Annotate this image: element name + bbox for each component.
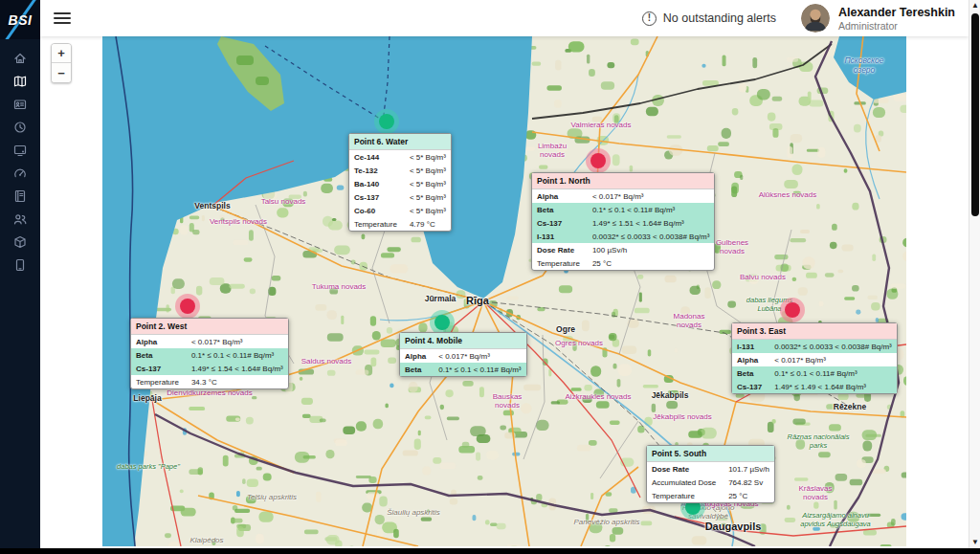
hamburger-icon[interactable] — [54, 12, 71, 24]
sidebar: BSI — [0, 0, 40, 548]
measurement-value: < 5* Bq/m³ — [405, 177, 451, 190]
scroll-up-arrow-icon[interactable]: ▲ — [969, 0, 980, 11]
sidebar-item-users[interactable] — [0, 208, 40, 231]
popup-row: Accumulated Dose764.82 Sv — [647, 476, 774, 489]
measurement-value: 101.7 µSv/h — [724, 462, 774, 476]
sidebar-item-journal[interactable] — [0, 185, 40, 208]
mobile-icon — [12, 257, 28, 273]
measurement-value: 764.82 Sv — [724, 476, 774, 489]
popup-row: Beta0.1* ≤ 0.1 < 0.11# Bq/m³ — [400, 363, 526, 376]
popup-row: I-1310.0032* ≤ 0.0033 < 0.0038# Bq/m³ — [532, 230, 714, 243]
sidebar-item-home[interactable] — [0, 47, 40, 70]
measurement-label: Beta — [532, 203, 588, 216]
logo-text: BSI — [9, 12, 33, 28]
sidebar-item-history[interactable] — [0, 116, 40, 139]
measurement-value: 0.1* ≤ 0.1 < 0.11# Bq/m³ — [588, 203, 714, 216]
measurement-value: 0.1* ≤ 0.1 < 0.11# Bq/m³ — [434, 363, 525, 376]
popup-row: Dose Rate100 µSv/h — [532, 243, 714, 256]
measurement-label: Cs-137 — [532, 216, 588, 230]
popup-row: Ba-140< 5* Bq/m³ — [349, 177, 451, 190]
popup-row: I-1310.0032* ≤ 0.0033 < 0.0038# Bq/m³ — [732, 340, 897, 353]
measurement-label: Ba-140 — [349, 177, 405, 190]
map-marker-point-1-north[interactable] — [586, 148, 611, 173]
popup-point-4-mobile: Point 4. MobileAlpha< 0.017* Bq/m³Beta0.… — [399, 332, 527, 377]
popup-row: Co-60< 5* Bq/m³ — [349, 204, 451, 217]
measurement-value: < 5* Bq/m³ — [405, 164, 451, 177]
map-marker-point-2-west[interactable] — [175, 294, 200, 319]
map-icon — [12, 74, 28, 89]
popup-row: Beta0.1* ≤ 0.1 < 0.11# Bq/m³ — [131, 348, 288, 362]
sidebar-item-map[interactable] — [0, 70, 40, 93]
measurement-label: I-131 — [532, 230, 588, 243]
alerts-status[interactable]: ! No outstanding alerts — [642, 11, 776, 26]
measurement-value: 25 °C — [588, 256, 714, 270]
measurement-label: Cs-137 — [349, 190, 405, 204]
sidebar-item-id-card[interactable] — [0, 93, 40, 116]
sidebar-item-package[interactable] — [0, 231, 40, 254]
measurement-label: Cs-137 — [131, 362, 187, 375]
vertical-scrollbar: ▲ ▼ — [969, 0, 980, 548]
measurement-label: Dose Rate — [647, 462, 724, 476]
map-marker-point-3-east[interactable] — [780, 298, 805, 322]
scrollbar-thumb[interactable] — [971, 13, 979, 216]
measurement-label: Beta — [400, 363, 434, 376]
popup-point-3-east: Point 3. EastI-1310.0032* ≤ 0.0033 < 0.0… — [731, 322, 898, 394]
measurement-label: I-131 — [732, 340, 769, 353]
measurement-label: Ce-144 — [349, 150, 405, 164]
measurement-label: Alpha — [131, 335, 187, 348]
measurement-label: Alpha — [400, 349, 434, 363]
popup-row: Te-132< 5* Bq/m³ — [349, 164, 451, 177]
measurement-label: Temperature — [131, 375, 187, 388]
measurement-value: 4.79 °C — [405, 217, 451, 231]
popup-row: Ce-144< 5* Bq/m³ — [349, 150, 451, 164]
measurement-value: < 0.017* Bq/m³ — [588, 189, 714, 203]
user-menu[interactable]: Alexander Tereshkin Administrator — [801, 4, 955, 33]
popup-row: Alpha< 0.017* Bq/m³ — [400, 349, 526, 363]
measurement-label: Temperature — [349, 217, 405, 231]
scroll-down-arrow-icon[interactable]: ▼ — [969, 537, 980, 548]
content-area: + − — [40, 36, 969, 548]
popup-title: Point 3. East — [732, 323, 897, 340]
alert-circle-icon: ! — [642, 11, 657, 26]
topbar-right: ! No outstanding alerts Alexander Teresh… — [642, 4, 969, 33]
measurement-label: Temperature — [647, 489, 724, 502]
sidebar-item-device[interactable] — [0, 139, 40, 162]
sidebar-item-mobile[interactable] — [0, 254, 40, 277]
measurement-value: 0.1* ≤ 0.1 < 0.11# Bq/m³ — [187, 348, 288, 362]
popup-point-5-south: Point 5. SouthDose Rate101.7 µSv/hAccumu… — [646, 445, 775, 503]
app-logo[interactable]: BSI — [0, 0, 40, 39]
measurement-label: Beta — [732, 366, 769, 380]
measurement-label: Te-132 — [349, 164, 405, 177]
map-marker-point-6-water[interactable] — [374, 109, 399, 134]
popup-row: Beta0.1* ≤ 0.1 < 0.11# Bq/m³ — [532, 203, 714, 216]
sidebar-item-gauge[interactable] — [0, 162, 40, 185]
measurement-label: Temperature — [532, 256, 588, 270]
marker-core — [785, 302, 800, 318]
measurement-value: 0.0032* ≤ 0.0033 < 0.0038# Bq/m³ — [588, 230, 714, 243]
measurement-label: Alpha — [732, 353, 769, 366]
popup-row: Alpha< 0.017* Bq/m³ — [732, 353, 897, 366]
measurement-value: 1.49* ≤ 1.54 < 1.64# Bq/m³ — [187, 362, 288, 375]
user-role: Administrator — [838, 20, 955, 32]
popup-row: Cs-1371.49* ≤ 1.54 < 1.64# Bq/m³ — [131, 362, 288, 375]
history-icon — [12, 120, 28, 135]
zoom-out-button[interactable]: − — [52, 63, 71, 82]
popup-title: Point 6. Water — [349, 134, 451, 150]
popup-title: Point 2. West — [131, 319, 288, 335]
measurement-value: 1.49* ≤ 1.51 < 1.64# Bq/m³ — [588, 216, 714, 230]
popup-row: Temperature25 °C — [647, 489, 774, 502]
measurement-label: Cs-137 — [732, 380, 769, 393]
app-window: BSI ! No outstanding alerts — [0, 0, 980, 554]
id-card-icon — [12, 97, 28, 112]
popup-row: Temperature25 °C — [532, 256, 714, 270]
popup-title: Point 4. Mobile — [400, 333, 526, 349]
measurement-value: 0.1* ≤ 0.1 < 0.11# Bq/m³ — [769, 366, 896, 380]
map-canvas[interactable]: VentspilsVentspils novadsTalsu novadsTuk… — [102, 36, 906, 546]
marker-core — [434, 315, 450, 330]
user-avatar — [801, 4, 830, 33]
users-icon — [12, 211, 28, 227]
popup-row: Dose Rate101.7 µSv/h — [647, 462, 774, 476]
zoom-in-button[interactable]: + — [52, 44, 71, 63]
bottom-edge-bar — [0, 548, 980, 554]
measurement-label: Dose Rate — [532, 243, 588, 256]
